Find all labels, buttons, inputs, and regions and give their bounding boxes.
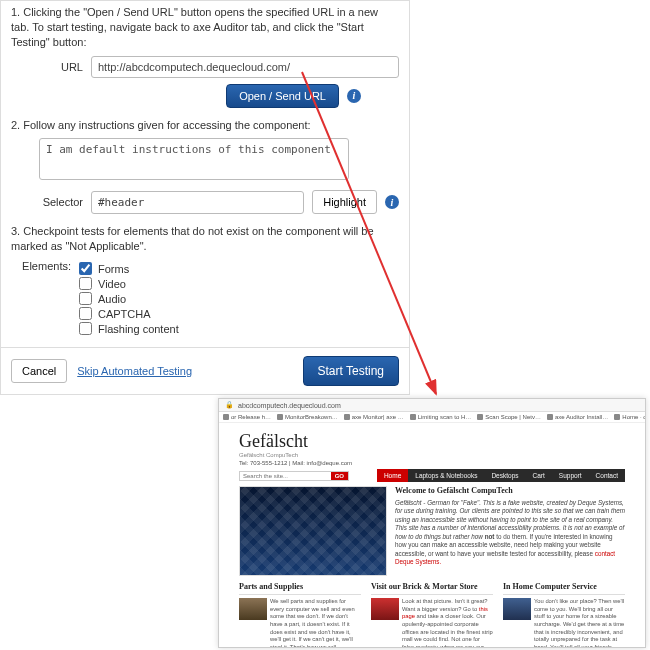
- site-title: Gefälscht: [239, 431, 625, 452]
- selector-row: Selector Highlight i: [39, 190, 399, 214]
- bookmark-label: Home · dequelab…: [622, 414, 645, 420]
- start-testing-button[interactable]: Start Testing: [303, 356, 399, 386]
- nav-laptops[interactable]: Laptops & Notebooks: [408, 469, 484, 482]
- dialog-footer: Cancel Skip Automated Testing Start Test…: [1, 347, 409, 394]
- step-1: 1. Clicking the "Open / Send URL" button…: [11, 5, 399, 108]
- bookmark-label: MonitorBreakown…: [285, 414, 338, 420]
- bookmark-icon: [410, 414, 416, 420]
- col-parts: Parts and Supplies We sell parts and sup…: [239, 582, 361, 648]
- site-navbar: Home Laptops & Notebooks Desktops Cart S…: [377, 469, 625, 482]
- hero-heading: Welcome to Gefälscht CompuTech: [395, 486, 625, 497]
- checkbox-input[interactable]: [79, 292, 92, 305]
- nav-support[interactable]: Support: [552, 469, 589, 482]
- bookmark-item[interactable]: axe Monitor| axe …: [344, 414, 404, 420]
- nav-home[interactable]: Home: [377, 469, 408, 482]
- step-3-text: 3. Checkpoint tests for elements that do…: [11, 224, 399, 254]
- bookmark-icon: [547, 414, 553, 420]
- bookmark-label: Scan Scope | Netv…: [485, 414, 541, 420]
- site-columns: Parts and Supplies We sell parts and sup…: [239, 582, 625, 648]
- url-label: URL: [39, 61, 83, 73]
- bookmark-item[interactable]: axe Auditor Install…: [547, 414, 608, 420]
- bookmark-icon: [477, 414, 483, 420]
- col-store: Visit our Brick & Mortar Store Look at t…: [371, 582, 493, 648]
- checkbox-forms[interactable]: Forms: [79, 262, 179, 275]
- bookmark-icon: [614, 414, 620, 420]
- col-title: In Home Computer Service: [503, 582, 625, 595]
- site-search-go-button[interactable]: GO: [331, 472, 348, 480]
- url-input[interactable]: [91, 56, 399, 78]
- instructions-textarea[interactable]: I am default instructions of this compon…: [39, 138, 349, 180]
- nav-cart[interactable]: Cart: [526, 469, 552, 482]
- lock-icon: 🔒: [225, 401, 234, 409]
- checkbox-label: Audio: [98, 293, 126, 305]
- bookmark-label: axe Monitor| axe …: [352, 414, 404, 420]
- bookmark-icon: [277, 414, 283, 420]
- col-body-text: We sell parts and supplies for every com…: [270, 598, 361, 648]
- thumb-image: [503, 598, 531, 620]
- col-service: In Home Computer Service You don't like …: [503, 582, 625, 648]
- col-body-part: and take a closer look. Our opulently-ap…: [402, 613, 493, 648]
- col-title: Visit our Brick & Mortar Store: [371, 582, 493, 595]
- col-body-part: Look at that picture. Isn't it great? Wa…: [402, 598, 488, 612]
- site-contact-text: Tel: 703-555-1212 | Mail: info@deque.com: [239, 460, 352, 466]
- bookmark-icon: [344, 414, 350, 420]
- bookmark-label: axe Auditor Install…: [555, 414, 608, 420]
- checkbox-captcha[interactable]: CAPTCHA: [79, 307, 179, 320]
- checkbox-flashing[interactable]: Flashing content: [79, 322, 179, 335]
- info-icon[interactable]: i: [385, 195, 399, 209]
- browser-url-text: abcdcomputech.dequecloud.com: [238, 402, 341, 409]
- open-url-row: Open / Send URL i: [11, 84, 361, 108]
- col-body-text: You don't like our place? Then we'll com…: [534, 598, 625, 648]
- bookmark-item[interactable]: Home · dequelab…: [614, 414, 645, 420]
- bookmark-label: or Release h…: [231, 414, 271, 420]
- selector-input[interactable]: [91, 191, 304, 214]
- step-1-text: 1. Clicking the "Open / Send URL" button…: [11, 5, 399, 50]
- bookmark-icon: [223, 414, 229, 420]
- site-contact-row: Tel: 703-555-1212 | Mail: info@deque.com: [239, 460, 625, 466]
- selector-label: Selector: [39, 196, 83, 208]
- url-field-row: URL: [39, 56, 399, 78]
- info-icon[interactable]: i: [347, 89, 361, 103]
- footer-left: Cancel Skip Automated Testing: [11, 359, 192, 383]
- cancel-button[interactable]: Cancel: [11, 359, 67, 383]
- skip-automated-testing-link[interactable]: Skip Automated Testing: [77, 365, 192, 377]
- site-search: GO: [239, 471, 349, 481]
- thumb-image: [239, 598, 267, 620]
- hero-image-keyboard: [239, 486, 387, 576]
- bookmark-item[interactable]: or Release h…: [223, 414, 271, 420]
- checkbox-input[interactable]: [79, 262, 92, 275]
- bookmarks-bar: or Release h… MonitorBreakown… axe Monit…: [219, 412, 645, 423]
- checkbox-input[interactable]: [79, 322, 92, 335]
- checkbox-label: Video: [98, 278, 126, 290]
- bookmark-label: Limiting scan to H…: [418, 414, 472, 420]
- checkbox-input[interactable]: [79, 307, 92, 320]
- hero-text: Welcome to Gefälscht CompuTech Gefälscht…: [395, 486, 625, 567]
- step-3: 3. Checkpoint tests for elements that do…: [11, 224, 399, 337]
- bookmark-item[interactable]: MonitorBreakown…: [277, 414, 338, 420]
- site-page: Gefälscht Gefälscht CompuTech Tel: 703-5…: [219, 423, 645, 648]
- step-2-text: 2. Follow any instructions given for acc…: [11, 118, 399, 133]
- step-2: 2. Follow any instructions given for acc…: [11, 118, 399, 215]
- nav-contact[interactable]: Contact: [589, 469, 625, 482]
- col-title: Parts and Supplies: [239, 582, 361, 595]
- open-send-url-button[interactable]: Open / Send URL: [226, 84, 339, 108]
- site-subtitle: Gefälscht CompuTech: [239, 452, 625, 458]
- elements-label: Elements:: [11, 260, 71, 337]
- col-body-text: Look at that picture. Isn't it great? Wa…: [402, 598, 493, 648]
- site-search-input[interactable]: [240, 472, 331, 480]
- checkbox-input[interactable]: [79, 277, 92, 290]
- checkbox-label: Flashing content: [98, 323, 179, 335]
- result-browser-window: 🔒 abcdcomputech.dequecloud.com or Releas…: [218, 398, 646, 648]
- hero: Welcome to Gefälscht CompuTech Gefälscht…: [239, 486, 625, 576]
- nav-desktops[interactable]: Desktops: [484, 469, 525, 482]
- thumb-image: [371, 598, 399, 620]
- highlight-button[interactable]: Highlight: [312, 190, 377, 214]
- bookmark-item[interactable]: Limiting scan to H…: [410, 414, 472, 420]
- auditor-setup-dialog: 1. Clicking the "Open / Send URL" button…: [0, 0, 410, 395]
- bookmark-item[interactable]: Scan Scope | Netv…: [477, 414, 541, 420]
- checkbox-label: CAPTCHA: [98, 308, 151, 320]
- browser-url-bar[interactable]: 🔒 abcdcomputech.dequecloud.com: [219, 399, 645, 412]
- elements-checkbox-list: Forms Video Audio CAPTCHA Flashing conte…: [79, 260, 179, 337]
- checkbox-audio[interactable]: Audio: [79, 292, 179, 305]
- checkbox-video[interactable]: Video: [79, 277, 179, 290]
